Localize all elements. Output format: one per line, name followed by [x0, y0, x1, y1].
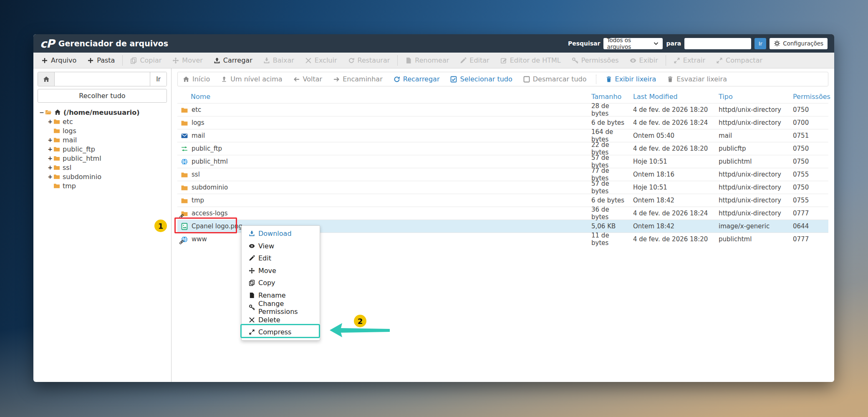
file-name[interactable]: mail	[192, 132, 205, 139]
file-perms: 0777	[787, 235, 828, 243]
table-row-logs[interactable]: logs 6 de bytes 4 de fev. de 2026 18:24 …	[177, 116, 828, 129]
file-name[interactable]: public_html	[192, 158, 228, 165]
toolbar-compress-button[interactable]: Compactar	[711, 56, 768, 64]
toolbar-edit-button[interactable]: Editar	[454, 56, 495, 64]
file-type: publicftp	[713, 145, 787, 152]
nav-reload-button[interactable]: Recarregar	[394, 75, 440, 83]
path-go-button[interactable]: Ir	[150, 72, 167, 86]
toolbar-copy-button[interactable]: Copiar	[125, 56, 167, 64]
nav-view-trash-button[interactable]: Exibir lixeira	[606, 75, 656, 83]
column-header-name[interactable]: Nome	[177, 93, 585, 101]
search-input[interactable]	[684, 38, 751, 49]
tree-expand-toggle[interactable]: +	[47, 164, 53, 171]
tree-item-public-html[interactable]: + public_html	[38, 154, 167, 163]
toolbar-rename-button[interactable]: Renomear	[400, 56, 454, 64]
reload-icon	[394, 76, 400, 83]
navigation-toolbar: Início Um nível acima Voltar Encaminhar …	[177, 72, 828, 86]
column-header-modified[interactable]: Last Modified	[627, 93, 713, 101]
toolbar-folder-button[interactable]: Pasta	[82, 56, 120, 64]
collapse-all-button[interactable]: Recolher tudo	[38, 89, 167, 103]
edit-square-icon	[500, 57, 507, 64]
column-header-type[interactable]: Tipo	[713, 93, 787, 101]
table-row-ssl[interactable]: ssl 77 de bytes Ontem 18:16 httpd/unix-d…	[177, 168, 828, 181]
search-scope-select[interactable]: Todos os arquivos	[603, 38, 663, 49]
tree-item-mail[interactable]: + mail	[38, 135, 167, 144]
nav-unselect-all-button[interactable]: Desmarcar tudo	[523, 75, 587, 83]
toolbar-permissions-button[interactable]: Permissões	[566, 56, 624, 64]
table-row-public-ftp[interactable]: public_ftp 22 de bytes 4 de fev. de 2026…	[177, 142, 828, 155]
file-name[interactable]: public_ftp	[192, 145, 222, 152]
search-go-button[interactable]: Ir	[754, 38, 766, 49]
path-input[interactable]	[55, 72, 150, 86]
trash-icon	[667, 76, 674, 83]
folder-icon	[53, 118, 60, 125]
folder-icon	[53, 164, 60, 171]
tree-item-ssl[interactable]: + ssl	[38, 163, 167, 172]
toolbar-download-button[interactable]: Baixar	[258, 56, 300, 64]
tree-expand-toggle[interactable]: +	[47, 173, 53, 180]
toolbar-upload-button[interactable]: Carregar	[208, 56, 258, 64]
toolbar-html-editor-button[interactable]: Editor de HTML	[495, 56, 566, 64]
table-row-subdominio[interactable]: subdominio 57 de bytes Hoje 10:51 httpd/…	[177, 181, 828, 194]
file-name[interactable]: logs	[192, 119, 204, 126]
context-menu-download[interactable]: Download	[242, 227, 320, 240]
step2-highlight-box	[240, 324, 320, 338]
nav-empty-trash-button[interactable]: Esvaziar lixeira	[667, 75, 727, 83]
table-row-mail[interactable]: mail 164 de bytes Ontem 05:40 mail 0751	[177, 129, 828, 142]
nav-forward-button[interactable]: Encaminhar	[333, 75, 383, 83]
tree-item-subdominio[interactable]: + subdominio	[38, 172, 167, 181]
tree-item-home[interactable]: − (/home/meuusuario)	[38, 108, 167, 117]
tree-expand-toggle[interactable]: +	[47, 155, 53, 162]
toolbar-move-button[interactable]: Mover	[167, 56, 208, 64]
tree-item-public-ftp[interactable]: + public_ftp	[38, 144, 167, 154]
context-menu-view[interactable]: View	[242, 240, 320, 253]
file-modified: Ontem 18:42	[627, 197, 713, 204]
file-modified: Ontem 05:40	[627, 132, 713, 139]
toolbar-view-button[interactable]: Exibir	[624, 56, 664, 64]
toolbar-extract-button[interactable]: Extrair	[668, 56, 711, 64]
envelope-icon	[181, 132, 188, 139]
file-name[interactable]: ssl	[192, 171, 200, 178]
tree-collapse-toggle[interactable]: −	[38, 109, 45, 116]
checked-checkbox-icon	[450, 76, 457, 83]
trash-icon	[606, 76, 612, 83]
nav-back-button[interactable]: Voltar	[293, 75, 323, 83]
context-menu-copy[interactable]: Copy	[242, 277, 320, 289]
context-menu-edit[interactable]: Edit	[242, 252, 320, 265]
file-name[interactable]: subdominio	[192, 184, 228, 191]
file-modified: Ontem 18:42	[627, 222, 713, 230]
nav-up-one-level-button[interactable]: Um nível acima	[221, 75, 282, 83]
nav-home-button[interactable]: Início	[183, 75, 210, 83]
file-name[interactable]: www	[192, 235, 207, 243]
search-preposition-label: para	[666, 40, 681, 47]
column-header-size[interactable]: Tamanho	[585, 93, 627, 101]
toolbar-delete-button[interactable]: Excluir	[300, 56, 343, 64]
table-row-etc[interactable]: etc 28 de bytes 4 de fev. de 2026 18:20 …	[177, 103, 828, 116]
move-icon	[249, 268, 255, 274]
table-row-tmp[interactable]: tmp 6 de bytes Ontem 18:42 httpd/unix-di…	[177, 194, 828, 207]
column-header-perms[interactable]: Permissões	[787, 93, 828, 101]
directory-tree: − (/home/meuusuario) + etc logs +	[38, 108, 167, 190]
table-row-public-html[interactable]: public_html 57 de bytes Hoje 10:51 publi…	[177, 155, 828, 168]
tree-expand-toggle[interactable]: +	[47, 146, 53, 152]
file-name[interactable]: etc	[192, 106, 201, 114]
toolbar-file-button[interactable]: Arquivo	[36, 56, 82, 64]
nav-select-all-button[interactable]: Selecionar tudo	[450, 75, 512, 83]
tree-expand-toggle[interactable]: +	[47, 118, 53, 125]
tree-item-etc[interactable]: + etc	[38, 117, 167, 126]
folder-icon	[181, 184, 188, 191]
toolbar-separator	[397, 56, 398, 66]
settings-button[interactable]: Configurações	[770, 38, 828, 49]
home-button[interactable]	[38, 72, 55, 86]
tree-expand-toggle[interactable]: +	[47, 136, 53, 143]
file-size: 11 de bytes	[585, 232, 627, 247]
file-name[interactable]: access-logs	[192, 210, 228, 217]
tree-item-logs[interactable]: logs	[38, 126, 167, 135]
tree-item-tmp[interactable]: tmp	[38, 181, 167, 190]
toolbar-restore-button[interactable]: Restaurar	[343, 56, 396, 64]
context-menu-change-permissions[interactable]: Change Permissions	[242, 301, 320, 314]
context-menu-move[interactable]: Move	[242, 265, 320, 277]
table-header: Nome Tamanho Last Modified Tipo Permissõ…	[177, 90, 828, 103]
file-name[interactable]: tmp	[192, 197, 204, 204]
table-row-access-logs[interactable]: access-logs 36 de bytes 4 de fev. de 202…	[177, 207, 828, 220]
